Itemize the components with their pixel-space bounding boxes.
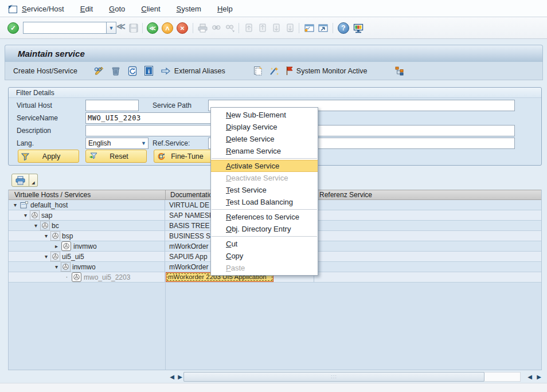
copy-page-icon[interactable] [252, 65, 264, 77]
help-icon[interactable]: ? [337, 22, 350, 34]
next-page-icon[interactable] [270, 22, 283, 34]
node-label[interactable]: invmwo [73, 242, 97, 250]
combo-arrow-icon[interactable]: ▼ [107, 22, 116, 34]
referenz-service-cell [314, 210, 542, 220]
service-icon [72, 272, 81, 282]
language-label: Lang. [17, 139, 34, 147]
hierarchy-icon[interactable] [394, 65, 405, 77]
documentation-text: BASIS TREE [165, 222, 209, 230]
grip-dots: ······ [331, 375, 337, 379]
system-monitor-label: System Monitor Active [296, 67, 368, 75]
context-item-cut[interactable]: Cut [211, 238, 318, 250]
save-icon[interactable] [127, 22, 140, 34]
context-item-copy[interactable]: Copy [211, 250, 318, 262]
fine-tune-button[interactable]: Fine-Tune [154, 150, 215, 163]
back-icon[interactable]: ≪ [146, 22, 159, 34]
info-icon[interactable]: i [143, 65, 155, 77]
print-split-button[interactable]: ◢ [11, 174, 38, 187]
node-label[interactable]: sap [41, 211, 52, 219]
menu-service-host[interactable]: Service/Host [22, 5, 64, 13]
scrollbar-thumb[interactable]: ······ [183, 372, 485, 382]
scroll-left-icon-2[interactable]: ◀ [526, 373, 534, 381]
expander-icon[interactable]: ▾ [53, 264, 60, 270]
print-dropdown-arrow-icon[interactable]: ◢ [29, 174, 38, 187]
node-label[interactable]: mwo_ui5_2203 [84, 273, 130, 281]
referenz-service-cell [314, 252, 542, 261]
expander-icon[interactable]: · [63, 274, 71, 280]
command-field[interactable] [23, 22, 107, 34]
delete-icon[interactable] [110, 65, 122, 77]
new-session-icon[interactable] [303, 22, 315, 34]
menu-edit[interactable]: Edit [80, 5, 93, 13]
cancel-icon[interactable]: ✕ [176, 22, 189, 34]
reset-button[interactable]: Reset [85, 150, 147, 163]
display-change-icon[interactable] [93, 65, 105, 77]
last-page-icon[interactable] [284, 22, 296, 34]
service-icon [61, 241, 71, 251]
scroll-left-icon[interactable]: ◀ [168, 373, 176, 381]
language-select[interactable]: English ▼ [85, 138, 149, 149]
node-label[interactable]: default_host [30, 201, 68, 209]
documentation-text: BUSINESS S [165, 232, 210, 240]
printer-icon[interactable] [11, 174, 29, 187]
customize-layout-icon[interactable] [352, 22, 365, 34]
node-label[interactable]: bc [52, 222, 59, 230]
column-header-hosts[interactable]: Virtuelle Hosts / Services [9, 190, 166, 199]
menu-client[interactable]: Client [141, 5, 160, 13]
create-shortcut-icon[interactable] [317, 22, 329, 34]
screen-icon[interactable] [7, 3, 18, 17]
sap-gui-window: { "title": { "text": "Maintain service" … [0, 0, 547, 392]
first-page-icon[interactable] [243, 22, 255, 34]
context-item-new-sub-element[interactable]: New Sub-Element [211, 109, 318, 121]
context-menu: New Sub-ElementDisplay ServiceDelete Ser… [210, 107, 318, 276]
node-label[interactable]: bsp [62, 232, 73, 240]
menu-bar: Service/HostEditGotoClientSystemHelp [0, 0, 547, 17]
expander-icon[interactable]: ▸ [53, 243, 60, 249]
menu-items: Service/HostEditGotoClientSystemHelp [22, 0, 233, 17]
menu-goto[interactable]: Goto [109, 5, 125, 13]
menu-help[interactable]: Help [217, 5, 233, 13]
menu-system[interactable]: System [177, 5, 201, 13]
expander-icon[interactable]: ▾ [11, 202, 19, 208]
context-item-delete-service[interactable]: Delete Service [211, 133, 318, 145]
filter-details-title: Filter Details [9, 88, 541, 98]
language-value: English [86, 139, 139, 147]
toolbar-divider [333, 23, 333, 33]
referenz-service-cell [314, 241, 542, 251]
collapse-icon[interactable]: ≪ [116, 21, 126, 32]
virtual-host-input[interactable] [85, 100, 139, 111]
ref-service-label: Ref.Service: [153, 139, 190, 147]
context-item-test-load-balancing[interactable]: Test Load Balancing [211, 196, 318, 208]
context-item-display-service[interactable]: Display Service [211, 121, 318, 133]
context-item-obj-directory-entry[interactable]: Obj. Directory Entry [211, 223, 318, 235]
external-aliases-button[interactable]: External Aliases [174, 67, 225, 75]
expander-icon[interactable]: ▾ [42, 233, 50, 239]
print-icon[interactable] [196, 22, 209, 34]
node-label[interactable]: ui5_ui5 [62, 253, 84, 261]
apply-button[interactable]: Apply [18, 150, 79, 163]
previous-page-icon[interactable] [256, 22, 269, 34]
find-next-icon[interactable] [224, 22, 236, 34]
wizard-icon[interactable] [269, 65, 280, 77]
create-host-service-button[interactable]: Create Host/Service [13, 67, 77, 75]
context-item-activate-service[interactable]: Activate Service [211, 160, 318, 172]
external-alias-arrow-icon[interactable] [160, 65, 171, 77]
toolbar-divider [239, 23, 239, 33]
expander-icon[interactable]: ▾ [22, 212, 29, 218]
node-label[interactable]: invmwo [72, 263, 96, 271]
refresh-icon[interactable] [127, 65, 138, 77]
context-item-test-service[interactable]: Test Service [211, 184, 318, 196]
enter-check-icon[interactable]: ✓ [7, 22, 19, 34]
column-header-referenz[interactable]: Referenz Service [315, 190, 541, 199]
context-item-references-to-service[interactable]: References to Service [211, 211, 318, 223]
title-bar: Maintain service [5, 45, 543, 62]
referenz-service-cell [314, 272, 542, 282]
scroll-right-icon[interactable]: ▶ [176, 373, 184, 381]
expander-icon[interactable]: ▾ [32, 222, 40, 229]
table-empty-area [8, 283, 542, 370]
expander-icon[interactable]: ▾ [42, 253, 50, 260]
exit-icon[interactable]: ˄ [161, 22, 174, 34]
context-item-rename-service[interactable]: Rename Service [211, 145, 318, 157]
find-icon[interactable] [210, 22, 222, 34]
scroll-right-icon-2[interactable]: ▶ [535, 373, 543, 381]
